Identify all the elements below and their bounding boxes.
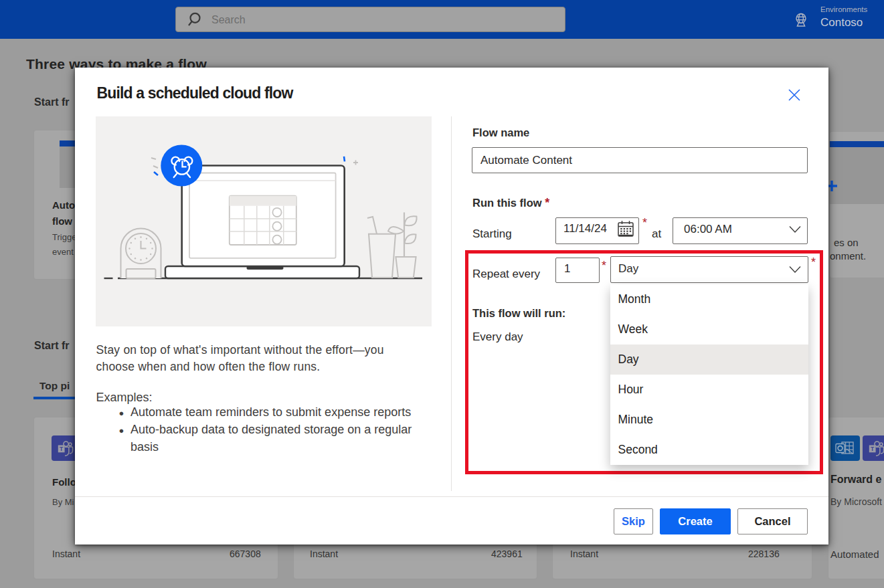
svg-text:T: T	[871, 446, 875, 452]
svg-text:T: T	[60, 446, 64, 452]
